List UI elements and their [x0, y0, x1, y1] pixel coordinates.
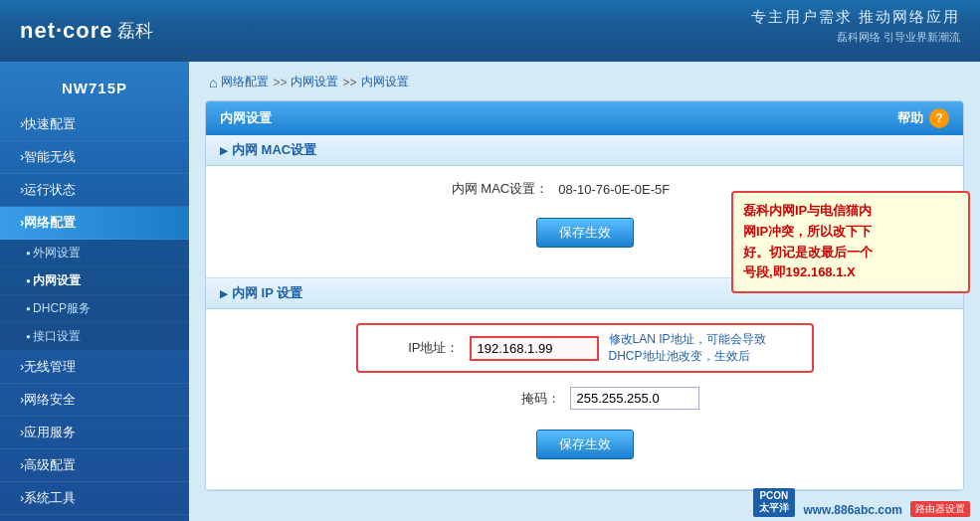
sidebar-model: NW715P	[0, 72, 189, 108]
ip-label: IP地址：	[370, 339, 460, 357]
ip-save-button[interactable]: 保存生效	[536, 430, 634, 459]
pcon-badge: PCON太平洋	[753, 488, 795, 517]
help-badge[interactable]: ?	[929, 108, 949, 128]
breadcrumb-sep-2: >>	[342, 76, 356, 89]
logo-netcore: net·core	[20, 18, 113, 43]
footer-url: www.886abc.com	[803, 503, 902, 517]
breadcrumb-item-0: 网络配置	[221, 74, 269, 90]
slogan-main: 专主用户需求 推动网络应用	[751, 8, 960, 27]
annotation-text: 磊科内网IP与电信猫内网IP冲突，所以改下下好。切记是改最后一个号段,即192.…	[743, 203, 873, 279]
sidebar-item-quick-config[interactable]: ›快速配置	[0, 108, 189, 141]
mac-save-button[interactable]: 保存生效	[536, 218, 634, 248]
sidebar-item-net-config[interactable]: ›网络配置	[0, 207, 189, 240]
annotation-box: 磊科内网IP与电信猫内网IP冲突，所以改下下好。切记是改最后一个号段,即192.…	[731, 191, 970, 293]
panel-header: 内网设置 帮助 ?	[206, 101, 963, 135]
logo-cn: 磊科	[117, 19, 153, 43]
sidebar-sub-outer-net[interactable]: 外网设置	[0, 240, 189, 267]
header-slogan: 专主用户需求 推动网络应用 磊科网络 引导业界新潮流	[751, 8, 960, 45]
sidebar-item-run-status[interactable]: ›运行状态	[0, 174, 189, 207]
breadcrumb-item-2: 内网设置	[361, 74, 409, 90]
ip-btn-row: 保存生效	[226, 420, 943, 475]
ip-section: 内网 IP 设置 IP地址： 修改LAN IP地址，可能会导致DHCP地址池改变…	[206, 278, 963, 490]
logo-text: net·core	[20, 18, 113, 44]
sidebar-item-smart-wifi[interactable]: ›智能无线	[0, 141, 189, 174]
sidebar-item-sys-tools[interactable]: ›系统工具	[0, 482, 189, 515]
mac-section-title: 内网 MAC设置	[206, 135, 963, 166]
breadcrumb: ⌂ 网络配置 >> 内网设置 >> 内网设置	[205, 74, 964, 90]
ip-row-wrapper: IP地址： 修改LAN IP地址，可能会导致DHCP地址池改变，生效后	[356, 323, 814, 373]
main-layout: NW715P ›快速配置 ›智能无线 ›运行状态 ›网络配置 外网设置 内网设置…	[0, 62, 980, 521]
sidebar-sub-inner-net[interactable]: 内网设置	[0, 267, 189, 295]
sidebar-item-advanced[interactable]: ›高级配置	[0, 449, 189, 482]
mask-label: 掩码：	[471, 390, 560, 408]
mask-input[interactable]	[570, 387, 699, 410]
sidebar-item-app-service[interactable]: ›应用服务	[0, 417, 189, 449]
modify-lan-label[interactable]: 修改LAN IP地址，可能会导致DHCP地址池改变，生效后	[609, 331, 800, 365]
footer: PCON太平洋 www.886abc.com 路由器设置	[753, 488, 970, 517]
content-area: ⌂ 网络配置 >> 内网设置 >> 内网设置 内网设置 帮助 ? 内网 MAC设…	[189, 62, 980, 521]
panel-title: 内网设置	[220, 109, 272, 127]
sidebar-item-net-security[interactable]: ›网络安全	[0, 384, 189, 417]
header: net·core 磊科 专主用户需求 推动网络应用 磊科网络 引导业界新潮流	[0, 0, 980, 62]
sidebar: NW715P ›快速配置 ›智能无线 ›运行状态 ›网络配置 外网设置 内网设置…	[0, 62, 189, 521]
sidebar-sub-dhcp[interactable]: DHCP服务	[0, 295, 189, 323]
slogan-sub: 磊科网络 引导业界新潮流	[751, 30, 960, 45]
mac-label: 内网 MAC设置：	[452, 180, 549, 198]
breadcrumb-sep-1: >>	[273, 76, 287, 89]
help-label: 帮助	[897, 109, 923, 127]
home-icon: ⌂	[209, 75, 217, 90]
main-panel: 内网设置 帮助 ? 内网 MAC设置 内网 MAC设置： 08-10-76-0E…	[205, 100, 964, 491]
logo-area: net·core 磊科	[20, 18, 153, 44]
footer-label: 路由器设置	[910, 501, 970, 517]
sidebar-sub-interface[interactable]: 接口设置	[0, 323, 189, 351]
sidebar-item-wifi-mgmt[interactable]: ›无线管理	[0, 351, 189, 384]
mac-value: 08-10-76-0E-0E-5F	[558, 182, 717, 197]
ip-input[interactable]	[470, 336, 599, 361]
mask-form-row: 掩码：	[226, 387, 943, 410]
ip-section-body: IP地址： 修改LAN IP地址，可能会导致DHCP地址池改变，生效后 掩码： …	[206, 309, 963, 489]
breadcrumb-item-1: 内网设置	[291, 74, 338, 90]
